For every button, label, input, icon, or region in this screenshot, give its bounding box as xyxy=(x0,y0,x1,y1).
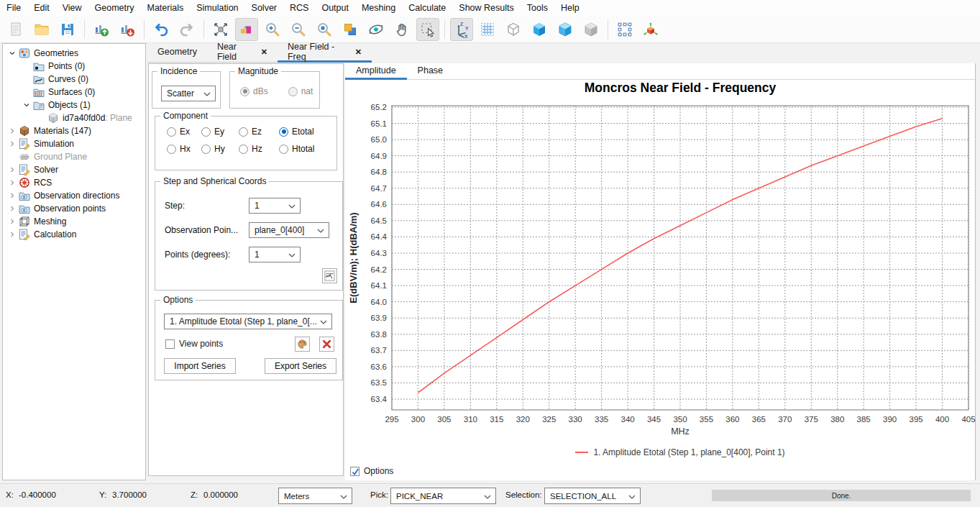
tab-geometry[interactable]: Geometry xyxy=(147,43,207,63)
menu-item-meshing[interactable]: Meshing xyxy=(355,1,402,15)
chevron-right-icon[interactable] xyxy=(6,218,19,225)
menu-item-view[interactable]: View xyxy=(56,1,88,15)
toolbar-select-cursor-button[interactable] xyxy=(416,18,439,41)
toolbar-zoom-out-button[interactable] xyxy=(287,18,310,41)
tab-close-icon[interactable]: ✕ xyxy=(355,47,362,57)
chevron-down-icon[interactable] xyxy=(6,50,19,57)
menu-item-tools[interactable]: Tools xyxy=(521,1,554,15)
tab-phase[interactable]: Phase xyxy=(407,63,454,80)
menu-item-rcs[interactable]: RCS xyxy=(283,1,315,15)
tree-item-objects-1[interactable]: Objects (1) xyxy=(3,99,145,111)
plot-series-button[interactable] xyxy=(322,268,337,283)
toolbar-solid-cube-blue-button[interactable] xyxy=(528,18,551,41)
radio-ey[interactable]: Ey xyxy=(201,127,239,137)
tab-amplitude[interactable]: Amplitude xyxy=(345,63,407,80)
chevron-right-icon[interactable] xyxy=(6,192,19,199)
delete-series-button[interactable] xyxy=(319,337,334,352)
chart-options-checkbox[interactable]: Options xyxy=(350,466,393,476)
menu-item-file[interactable]: File xyxy=(0,1,27,15)
toolbar-new-document-button[interactable] xyxy=(4,18,27,41)
menu-item-edit[interactable]: Edit xyxy=(27,1,56,15)
tree-item-curves-0[interactable]: Curves (0) xyxy=(3,73,145,86)
toolbar-axes-triad-button[interactable]: ZYX xyxy=(450,18,473,41)
export-series-button[interactable]: Export Series xyxy=(265,358,336,374)
toolbar-shaded-blocks-button[interactable] xyxy=(235,18,258,41)
tree-item-calculation[interactable]: Calculation xyxy=(3,228,145,241)
tree-item-ground-plane[interactable]: Ground Plane xyxy=(3,150,145,163)
observation-point-select[interactable]: plane_0[400] xyxy=(249,222,329,238)
tree-item-simulation[interactable]: Simulation xyxy=(3,137,145,150)
series-select[interactable]: 1. Amplitude Etotal (Step 1, plane_0[... xyxy=(164,314,332,329)
incidence-select[interactable]: Scatter xyxy=(161,86,216,101)
radio-ex[interactable]: Ex xyxy=(167,127,201,137)
menu-item-solver[interactable]: Solver xyxy=(245,1,283,15)
menu-item-output[interactable]: Output xyxy=(315,1,355,15)
toolbar-orbit-button[interactable] xyxy=(365,18,388,41)
tree-item-observation-directions[interactable]: Observation directions xyxy=(3,189,145,202)
tree-item-meshing[interactable]: Meshing xyxy=(3,215,145,228)
radio-ez[interactable]: Ez xyxy=(239,127,279,137)
step-select[interactable]: 1 xyxy=(249,198,301,214)
tab-near-field[interactable]: Near Field✕ xyxy=(207,43,278,63)
legend-label: 1. Amplitude Etotal (Step 1, plane_0[400… xyxy=(593,447,784,457)
radio-hx[interactable]: Hx xyxy=(167,144,201,154)
tree-item-points-0[interactable]: Points (0) xyxy=(3,60,145,73)
menu-item-simulation[interactable]: Simulation xyxy=(190,1,244,15)
menu-item-show-results[interactable]: Show Results xyxy=(452,1,520,15)
toolbar-layers-button[interactable] xyxy=(339,18,362,41)
shaded-cube-blue-icon xyxy=(557,21,574,38)
y-axis-label: E(dBV/m); H(dBA/m) xyxy=(348,212,359,303)
toolbar-export-series-button[interactable] xyxy=(116,18,139,41)
radio-hy[interactable]: Hy xyxy=(201,144,239,154)
toolbar-undo-button[interactable] xyxy=(150,18,173,41)
tree-item-surfaces-0[interactable]: Surfaces (0) xyxy=(3,86,145,99)
chevron-right-icon[interactable] xyxy=(6,205,19,212)
tree-item-id7a40fd0d[interactable]: id7a40fd0d : Plane xyxy=(3,111,145,124)
toolbar-save-button[interactable] xyxy=(56,18,79,41)
chevron-right-icon[interactable] xyxy=(6,166,19,173)
view-points-checkbox[interactable]: View points xyxy=(165,339,223,349)
points-degrees-select[interactable]: 1 xyxy=(249,247,301,262)
toolbar-open-folder-button[interactable] xyxy=(30,18,53,41)
selection-select[interactable]: SELECTION_ALL xyxy=(544,488,641,504)
tree-item-solver[interactable]: Solver xyxy=(3,163,145,176)
tab-close-icon[interactable]: ✕ xyxy=(261,47,267,57)
menu-item-materials[interactable]: Materials xyxy=(140,1,190,15)
tree-item-geometries[interactable]: Geometries xyxy=(3,47,145,60)
tab-near-field-freq[interactable]: Near Field - Freq✕ xyxy=(278,43,372,63)
toolbar-zoom-window-button[interactable] xyxy=(313,18,336,41)
toolbar-pan-hand-button[interactable] xyxy=(390,18,413,41)
toolbar-shaded-cube-blue-button[interactable] xyxy=(554,18,577,41)
chevron-right-icon[interactable] xyxy=(6,140,19,147)
radio-hz[interactable]: Hz xyxy=(239,144,279,154)
chevron-right-icon[interactable] xyxy=(6,179,19,186)
toolbar-zoom-in-button[interactable] xyxy=(261,18,284,41)
menu-item-calculate[interactable]: Calculate xyxy=(402,1,452,15)
radio-htotal[interactable]: Htotal xyxy=(279,144,325,154)
toolbar-fit-view-button[interactable] xyxy=(209,18,232,41)
series-color-button[interactable] xyxy=(295,337,310,352)
radio-dbs[interactable]: dBs xyxy=(240,86,268,96)
chevron-right-icon[interactable] xyxy=(6,231,19,238)
tree-item-observation-points[interactable]: Observation points xyxy=(3,202,145,215)
menu-item-geometry[interactable]: Geometry xyxy=(88,1,141,15)
menu-item-help[interactable]: Help xyxy=(554,1,586,15)
toolbar-transform-axes-cube-button[interactable] xyxy=(639,18,662,41)
tree-item-materials-147[interactable]: Materials (147) xyxy=(3,124,145,137)
pick-select[interactable]: PICK_NEAR xyxy=(390,488,496,504)
chevron-down-icon[interactable] xyxy=(20,101,33,109)
toolbar-selection-handles-button[interactable] xyxy=(613,18,636,41)
toolbar-wireframe-cube-button[interactable] xyxy=(502,18,525,41)
toolbar-import-series-button[interactable] xyxy=(90,18,113,41)
tree-item-rcs[interactable]: RCS xyxy=(3,176,145,189)
options-groupbox: Options 1. Amplitude Etotal (Step 1, pla… xyxy=(155,300,343,380)
chevron-right-icon[interactable] xyxy=(6,127,19,134)
radio-etotal[interactable]: Etotal xyxy=(279,127,325,137)
toolbar-grid-button[interactable] xyxy=(476,18,499,41)
import-series-button[interactable]: Import Series xyxy=(164,358,236,374)
units-select[interactable]: Meters xyxy=(278,488,352,504)
toolbar-redo-button[interactable] xyxy=(175,18,198,41)
radio-circle-icon xyxy=(240,87,249,96)
radio-nat[interactable]: nat xyxy=(288,86,313,96)
toolbar-shaded-cube-gray-button[interactable] xyxy=(580,18,603,41)
